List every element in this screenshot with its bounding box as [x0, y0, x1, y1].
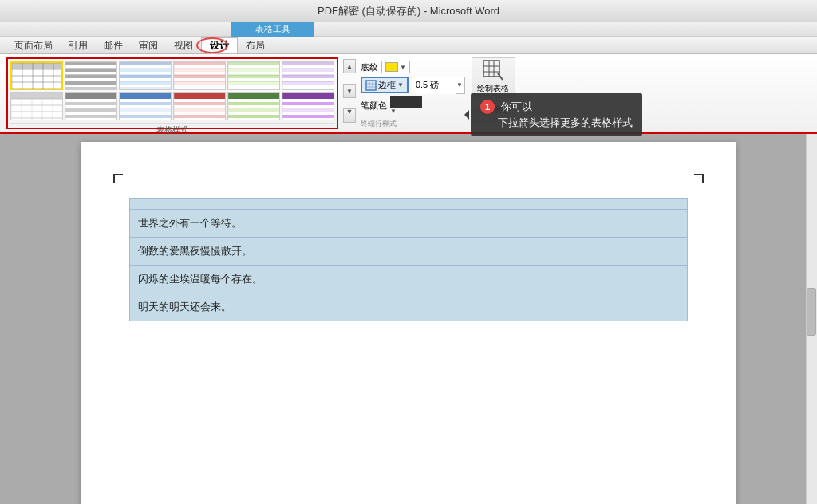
tab-view[interactable]: 视图: [166, 37, 201, 53]
table-cell: [130, 199, 688, 210]
svg-rect-23: [120, 69, 172, 72]
svg-rect-19: [65, 81, 117, 85]
tab-review[interactable]: 审阅: [131, 37, 166, 53]
border-label: 边框: [378, 79, 396, 91]
vertical-scrollbar[interactable]: [806, 134, 817, 504]
border-button[interactable]: 边框 ▼: [361, 77, 408, 93]
title-text: PDF解密 (自动保存的) - Microsoft Word: [318, 4, 499, 18]
table-style-11[interactable]: [227, 92, 280, 120]
svg-rect-44: [228, 81, 280, 85]
table-style-7[interactable]: [10, 92, 63, 120]
gallery-scroll-up[interactable]: ▲: [343, 59, 356, 73]
title-bar: PDF解密 (自动保存的) - Microsoft Word: [0, 0, 817, 22]
shading-color: [385, 62, 398, 72]
tooltip: 1 你可以 下拉箭头选择更多的表格样式: [471, 93, 642, 136]
svg-rect-41: [228, 62, 280, 65]
svg-rect-70: [65, 93, 117, 99]
svg-rect-90: [228, 108, 280, 112]
svg-rect-43: [228, 75, 280, 78]
svg-rect-97: [282, 115, 334, 118]
draw-table-button[interactable]: 绘制表格: [472, 57, 515, 96]
pen-color-dropdown[interactable]: ▼: [390, 96, 422, 115]
svg-rect-42: [228, 69, 280, 72]
gallery-scroll-down[interactable]: ▼: [343, 84, 356, 98]
svg-rect-77: [120, 102, 172, 105]
svg-rect-84: [174, 108, 226, 112]
shading-dropdown[interactable]: ▼: [381, 61, 410, 73]
svg-rect-82: [174, 93, 226, 99]
table-row: 倒数的爱黑夜慢慢散开。: [130, 238, 688, 266]
svg-rect-71: [65, 102, 117, 105]
table-style-2[interactable]: [65, 61, 117, 90]
border-icon: [365, 80, 377, 91]
table-row: 明天的明天还会来。: [130, 293, 688, 321]
table-cell: 倒数的爱黑夜慢慢散开。: [130, 238, 688, 266]
svg-rect-91: [228, 115, 280, 118]
tab-page-layout[interactable]: 页面布局: [6, 37, 61, 53]
svg-rect-85: [174, 115, 226, 118]
tab-row: 页面布局 引用 邮件 审阅 视图 设计 布局: [0, 37, 817, 54]
svg-rect-89: [228, 102, 280, 105]
table-style-6[interactable]: [282, 61, 334, 90]
table-style-9[interactable]: [119, 92, 172, 120]
gallery-scroll-more[interactable]: ▼—: [343, 108, 356, 123]
tab-reference[interactable]: 引用: [61, 37, 96, 53]
scrollbar-thumb[interactable]: [807, 288, 816, 336]
document-area: ✛ 世界之外有一个等待。 倒数的爱黑夜慢慢散开。: [0, 134, 817, 504]
table-row: 闪烁的尘埃温暖每个存在。: [130, 266, 688, 293]
table-style-4[interactable]: [173, 61, 226, 90]
table-style-12[interactable]: [282, 92, 334, 120]
svg-rect-17: [65, 69, 117, 72]
svg-rect-24: [120, 75, 172, 78]
svg-rect-83: [174, 102, 226, 105]
ribbon: 表格样式 ▲ ▼ ▼— 底纹 ▼: [0, 54, 817, 134]
svg-rect-78: [120, 108, 172, 112]
svg-rect-96: [282, 108, 334, 112]
svg-rect-25: [120, 81, 172, 85]
shading-arrow: ▼: [400, 64, 406, 71]
svg-rect-95: [282, 102, 334, 105]
pen-color-label: 笔颜色: [361, 100, 387, 112]
svg-rect-32: [174, 62, 226, 65]
table-tools-tab: 表格工具: [231, 22, 314, 37]
table-cell: 明天的明天还会来。: [130, 293, 688, 321]
svg-rect-18: [65, 75, 117, 78]
svg-rect-94: [282, 93, 334, 99]
svg-rect-33: [174, 69, 226, 72]
svg-rect-35: [174, 81, 226, 85]
svg-rect-16: [65, 62, 117, 65]
svg-rect-51: [282, 69, 334, 72]
table-style-8[interactable]: [65, 92, 117, 120]
svg-rect-79: [120, 115, 172, 118]
svg-rect-76: [120, 93, 172, 99]
svg-rect-59: [11, 93, 63, 99]
tab-layout[interactable]: 布局: [238, 37, 273, 53]
tab-design[interactable]: 设计: [201, 37, 238, 53]
corner-mark-tl: [113, 174, 123, 183]
svg-rect-99: [366, 81, 376, 90]
document-table: 世界之外有一个等待。 倒数的爱黑夜慢慢散开。 闪烁的尘埃温暖每个存在。 明天的明…: [129, 198, 688, 321]
border-dropdown-arrow: ▼: [397, 81, 404, 89]
svg-rect-52: [282, 75, 334, 78]
table-style-3[interactable]: [119, 61, 172, 90]
tab-mail[interactable]: 邮件: [96, 37, 131, 53]
table-style-10[interactable]: [173, 92, 226, 120]
pen-color-section: 笔颜色: [361, 100, 387, 112]
table-style-1[interactable]: [10, 61, 63, 90]
svg-rect-72: [65, 108, 117, 112]
svg-rect-53: [282, 81, 334, 85]
corner-mark-tr: [694, 174, 704, 183]
border-width-dropdown[interactable]: ▼: [456, 81, 464, 89]
border-width-input[interactable]: [412, 77, 456, 94]
draw-table-icon: [482, 59, 504, 81]
table-cell: 闪烁的尘埃温暖每个存在。: [130, 266, 688, 293]
table-cell: 世界之外有一个等待。: [130, 210, 688, 238]
document-page: ✛ 世界之外有一个等待。 倒数的爱黑夜慢慢散开。: [81, 142, 736, 504]
svg-rect-34: [174, 75, 226, 78]
table-row: [130, 199, 688, 210]
svg-rect-73: [65, 115, 117, 118]
table-style-5[interactable]: [227, 61, 280, 90]
svg-rect-104: [483, 61, 499, 77]
svg-rect-50: [282, 62, 334, 65]
svg-rect-1: [12, 63, 63, 69]
